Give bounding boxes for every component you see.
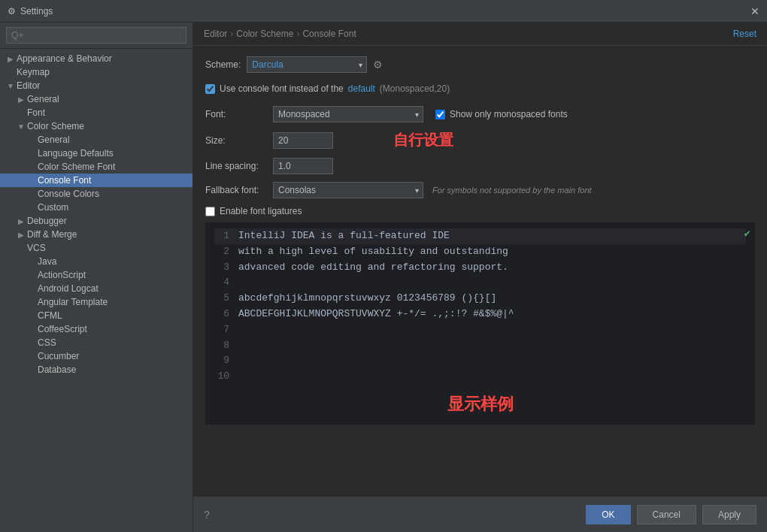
monospace-only-checkbox[interactable] <box>435 110 445 119</box>
preview-line-3: 3 advanced code editing and refactoring … <box>214 260 746 276</box>
sidebar-item-label: VCS <box>27 243 46 253</box>
fallback-select[interactable]: Consolas Courier New DejaVu Sans Mono <box>273 182 423 198</box>
font-select[interactable]: Monospaced Consolas Courier New <box>273 106 423 122</box>
sidebar-item-angular-template[interactable]: Angular Template <box>0 295 193 309</box>
close-button[interactable]: ✕ <box>750 5 759 17</box>
breadcrumb-color-scheme[interactable]: Color Scheme <box>236 29 293 39</box>
sidebar-item-coffeescript[interactable]: CoffeeScript <box>0 322 193 336</box>
reset-button[interactable]: Reset <box>733 29 756 39</box>
window-title: Settings <box>20 6 53 17</box>
sidebar-item-java[interactable]: Java <box>0 255 193 268</box>
preview-line-9: 9 <box>214 353 746 369</box>
sidebar-item-cs-general[interactable]: General <box>0 133 193 147</box>
sidebar-item-keymap[interactable]: Keymap <box>0 65 193 79</box>
monospace-check-row: Show only monospaced fonts <box>435 109 568 119</box>
default-hint: (Monospaced,20) <box>380 83 450 94</box>
fallback-font-row: Fallback font: Consolas Courier New Deja… <box>205 182 755 198</box>
help-icon[interactable]: ? <box>204 509 210 521</box>
sidebar-item-cfml[interactable]: CFML <box>0 309 193 322</box>
preview-line-1: 1 IntelliJ IDEA is a full-featured IDE <box>214 228 746 244</box>
sidebar-item-appearance-behavior[interactable]: ▶ Appearance & Behavior <box>0 52 193 65</box>
ligatures-checkbox[interactable] <box>205 207 215 216</box>
sidebar-item-vcs[interactable]: VCS <box>0 241 193 255</box>
size-input[interactable] <box>273 132 333 149</box>
monospace-only-label: Show only monospaced fonts <box>450 109 568 119</box>
sidebar-item-color-scheme[interactable]: ▼ Color Scheme <box>0 119 193 133</box>
sidebar-item-color-scheme-font[interactable]: Color Scheme Font <box>0 160 193 174</box>
sidebar-tree: ▶ Appearance & Behavior Keymap ▼ Editor … <box>0 49 193 532</box>
sidebar-item-android-logcat[interactable]: Android Logcat <box>0 282 193 295</box>
gear-icon[interactable]: ⚙ <box>373 59 383 71</box>
sidebar-item-general[interactable]: ▶ General <box>0 92 193 106</box>
sidebar-item-label: Console Colors <box>38 189 99 199</box>
breadcrumb: Editor › Color Scheme › Console Font Res… <box>193 23 767 46</box>
sidebar-item-font[interactable]: Font <box>0 106 193 119</box>
sidebar-item-css[interactable]: CSS <box>0 336 193 349</box>
sidebar-item-label: General <box>27 94 59 104</box>
settings-icon: ⚙ <box>8 6 16 17</box>
size-label: Size: <box>205 135 273 146</box>
sidebar-item-label: Android Logcat <box>38 283 99 294</box>
sidebar-item-action-script[interactable]: ActionScript <box>0 268 193 282</box>
preview-line-2: 2 with a high level of usability and out… <box>214 244 746 260</box>
font-row: Font: Monospaced Consolas Courier New Sh… <box>205 106 755 122</box>
arrow-icon: ▶ <box>6 55 15 63</box>
sidebar-item-label: Console Font <box>38 175 91 186</box>
sidebar-item-editor[interactable]: ▼ Editor <box>0 79 193 92</box>
title-bar: ⚙ Settings ✕ <box>0 0 767 23</box>
arrow-icon: ▼ <box>6 82 15 90</box>
fallback-select-wrapper: Consolas Courier New DejaVu Sans Mono <box>273 182 423 198</box>
sidebar-item-label: Custom <box>38 202 68 213</box>
sidebar-item-debugger[interactable]: ▶ Debugger <box>0 214 193 228</box>
size-row: Size: 自行设置 <box>205 130 755 150</box>
arrow-icon: ▶ <box>17 217 26 225</box>
zh-sample-label: 显示样例 <box>214 392 746 419</box>
ligatures-row: Enable font ligatures <box>205 206 755 216</box>
checkmark-icon: ✔ <box>744 225 750 242</box>
sidebar-item-label: Color Scheme Font <box>38 162 115 172</box>
preview-line-5: 5 abcdefghijklmnopqrstuvwxyz 0123456789 … <box>214 291 746 307</box>
cancel-button[interactable]: Cancel <box>637 505 696 524</box>
sidebar-item-custom[interactable]: Custom <box>0 201 193 214</box>
line-spacing-input[interactable] <box>273 158 333 174</box>
scheme-label: Scheme: <box>205 59 241 70</box>
default-link[interactable]: default <box>348 83 375 94</box>
sidebar-item-label: Cucumber <box>38 351 79 361</box>
breadcrumb-sep2: › <box>296 29 299 39</box>
search-input[interactable] <box>6 27 186 44</box>
arrow-icon: ▶ <box>17 231 26 239</box>
breadcrumb-console-font[interactable]: Console Font <box>302 29 356 39</box>
font-select-wrapper: Monospaced Consolas Courier New <box>273 106 423 122</box>
sidebar-item-label: Color Scheme <box>27 121 84 131</box>
search-bar <box>0 23 193 49</box>
sidebar-item-label: General <box>38 135 70 145</box>
sidebar-item-label: Diff & Merge <box>27 229 77 240</box>
scheme-select[interactable]: Darcula Default High contrast <box>247 56 367 73</box>
sidebar-item-cucumber[interactable]: Cucumber <box>0 349 193 363</box>
scheme-row: Scheme: Darcula Default High contrast ⚙ <box>205 56 755 73</box>
bottom-bar: ? OK Cancel Apply <box>193 497 767 532</box>
sidebar-item-diff-merge[interactable]: ▶ Diff & Merge <box>0 228 193 241</box>
sidebar-item-label: Appearance & Behavior <box>17 53 112 64</box>
sidebar-item-label: ActionScript <box>38 270 86 280</box>
apply-button[interactable]: Apply <box>702 505 756 524</box>
sidebar-item-label: CSS <box>38 337 56 348</box>
sidebar-item-database[interactable]: Database <box>0 363 193 376</box>
sidebar-item-console-colors[interactable]: Console Colors <box>0 187 193 201</box>
scheme-select-wrapper: Darcula Default High contrast <box>247 56 367 73</box>
breadcrumb-sep: › <box>230 29 233 39</box>
sidebar-item-label: CoffeeScript <box>38 324 87 334</box>
sidebar-item-lang-defaults[interactable]: Language Defaults <box>0 147 193 160</box>
preview-line-7: 7 <box>214 322 746 338</box>
line-spacing-label: Line spacing: <box>205 161 273 171</box>
sidebar-item-label: Font <box>27 107 45 118</box>
breadcrumb-editor[interactable]: Editor <box>204 29 227 39</box>
sidebar-item-label: Language Defaults <box>38 148 114 159</box>
sidebar-item-console-font[interactable]: Console Font <box>0 174 193 187</box>
console-font-checkbox[interactable] <box>205 84 215 94</box>
zh-annotation-set: 自行设置 <box>393 130 453 150</box>
ok-button[interactable]: OK <box>586 505 630 524</box>
sidebar-item-label: Editor <box>17 80 40 91</box>
content-panel: Editor › Color Scheme › Console Font Res… <box>193 23 767 532</box>
sidebar-item-label: Java <box>38 256 56 267</box>
